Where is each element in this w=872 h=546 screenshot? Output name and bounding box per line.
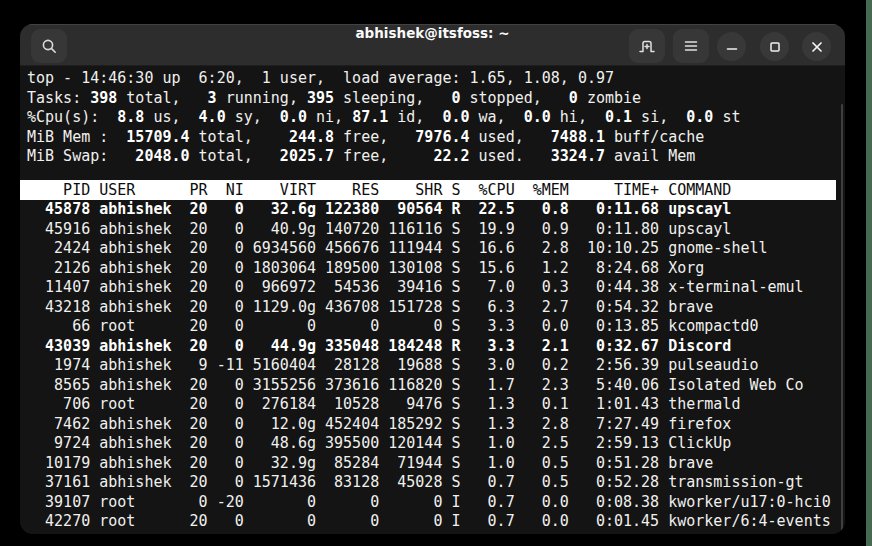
process-row: 9724 abhishek 20 0 48.6g 395500 120144 S… [27, 434, 831, 454]
process-row: 45916 abhishek 20 0 40.9g 140720 116116 … [27, 220, 831, 240]
process-row: 706 root 20 0 276184 10528 9476 S 1.3 0.… [27, 395, 831, 415]
new-tab-icon [638, 37, 656, 55]
table-header-bar: PID USER PR NI VIRT RES SHR S %CPU %MEM … [20, 180, 836, 200]
desktop-background: abhishek@itsfoss: ~ [0, 0, 872, 546]
table-header-line: PID USER PR NI VIRT RES SHR S %CPU %MEM … [27, 180, 731, 200]
process-row: 2424 abhishek 20 0 6934560 456676 111944… [27, 239, 831, 259]
process-row: 43039 abhishek 20 0 44.9g 335048 184248 … [27, 337, 831, 357]
new-tab-button[interactable] [629, 29, 665, 63]
process-row: 7462 abhishek 20 0 12.0g 452404 185292 S… [27, 415, 831, 435]
process-row: 43218 abhishek 20 0 1129.0g 436708 15172… [27, 298, 831, 318]
close-button[interactable] [802, 32, 831, 61]
process-row: 45878 abhishek 20 0 32.6g 122380 90564 R… [27, 200, 831, 220]
process-row: 11407 abhishek 20 0 966972 54536 39416 S… [27, 278, 831, 298]
hamburger-menu-icon [682, 37, 700, 55]
search-icon [41, 38, 58, 55]
top-summary: top - 14:46:30 up 6:20, 1 user, load ave… [27, 69, 740, 167]
maximize-button[interactable] [760, 32, 789, 61]
minimize-button[interactable] [717, 32, 746, 61]
titlebar[interactable]: abhishek@itsfoss: ~ [20, 24, 845, 66]
process-row: 8565 abhishek 20 0 3155256 373616 116820… [27, 376, 831, 396]
process-row: 39107 root 0 -20 0 0 0 I 0.7 0.0 0:08.38… [27, 493, 831, 513]
process-row: 42270 root 20 0 0 0 0 I 0.7 0.0 0:01.45 … [27, 512, 831, 532]
minimize-icon [723, 38, 741, 56]
menu-button[interactable] [673, 29, 709, 63]
terminal-screen[interactable]: top - 14:46:30 up 6:20, 1 user, load ave… [20, 66, 845, 534]
wallpaper-edge [866, 0, 872, 546]
process-row: 66 root 20 0 0 0 0 S 3.3 0.0 0:13.85 kco… [27, 317, 831, 337]
search-button[interactable] [31, 29, 67, 63]
process-row: 2126 abhishek 20 0 1803064 189500 130108… [27, 259, 831, 279]
maximize-icon [766, 38, 784, 56]
process-row: 37161 abhishek 20 0 1571436 83128 45028 … [27, 473, 831, 493]
process-table: 45878 abhishek 20 0 32.6g 122380 90564 R… [27, 200, 831, 532]
terminal-window: abhishek@itsfoss: ~ [20, 24, 845, 534]
process-row: 1974 abhishek 9 -11 5160404 28128 19688 … [27, 356, 831, 376]
process-row: 10179 abhishek 20 0 32.9g 85284 71944 S … [27, 454, 831, 474]
scrollbar[interactable] [841, 104, 843, 532]
close-icon [808, 38, 826, 56]
